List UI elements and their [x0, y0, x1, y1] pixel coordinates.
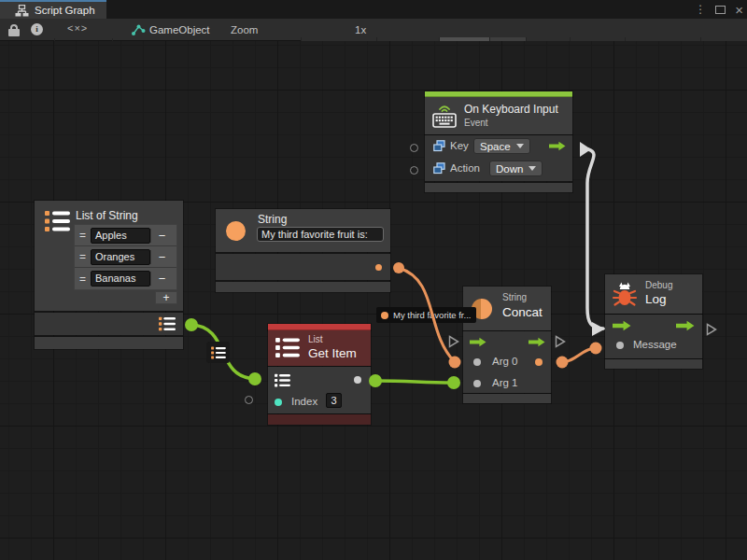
zoom-value: 1x	[355, 24, 366, 35]
flow-out-unconnected-port[interactable]	[706, 323, 717, 336]
remove-item-button[interactable]: −	[150, 229, 173, 243]
list-node-color-bar	[268, 324, 371, 330]
list-item-field[interactable]: Oranges	[91, 249, 150, 265]
list-output-port-icon[interactable]	[159, 316, 176, 331]
script-graph-icon	[15, 5, 29, 17]
action-input-port[interactable]	[410, 166, 418, 175]
list-item-row: = Apples −	[75, 225, 176, 246]
key-label: Key	[450, 140, 469, 151]
flow-output-arrow-icon[interactable]	[549, 141, 566, 151]
maximize-icon[interactable]	[715, 6, 726, 14]
node-subtitle: Event	[464, 118, 488, 128]
list-item-row: = Bananas −	[75, 268, 176, 289]
flow-in-unconnected-port[interactable]	[448, 335, 459, 348]
list-item-field[interactable]: Apples	[91, 228, 150, 244]
flow-out-unconnected-port[interactable]	[555, 335, 566, 348]
node-footer	[463, 394, 551, 403]
node-header: Debug Log	[605, 274, 702, 314]
list-value-icon	[211, 346, 226, 359]
keyboard-icon	[431, 102, 458, 130]
node-category: Debug	[645, 280, 672, 290]
node-footer	[216, 282, 390, 292]
node-footer	[425, 183, 572, 192]
remove-item-button[interactable]: −	[150, 250, 173, 264]
chevron-down-icon	[516, 144, 524, 148]
list-input-port-icon[interactable]	[275, 373, 290, 387]
wire-list-value-bubble	[206, 342, 230, 363]
drag-handle[interactable]: =	[75, 250, 91, 263]
string-output-port[interactable]	[375, 264, 382, 271]
key-dropdown[interactable]: Space	[473, 138, 530, 154]
tab-title: Script Graph	[35, 5, 95, 16]
node-body: Key Space Action Down	[425, 135, 572, 181]
drag-handle[interactable]: =	[75, 273, 91, 286]
node-title: Get Item	[308, 346, 357, 360]
node-output-row	[35, 313, 183, 335]
action-label: Action	[450, 162, 480, 174]
node-concat[interactable]: String Concat Arg 0 Arg 1	[463, 287, 551, 403]
node-on-keyboard-input[interactable]: On Keyboard Input Event Key Space Action…	[425, 91, 572, 192]
index-value-field[interactable]: 3	[326, 393, 342, 408]
gameobject-label: GameObject	[149, 24, 210, 35]
index-unconnected-port[interactable]	[245, 396, 253, 404]
node-header: List Get Item	[268, 330, 371, 366]
chevron-down-icon	[529, 166, 536, 171]
list-item-field[interactable]: Bananas	[91, 271, 150, 287]
node-title: String	[258, 213, 287, 226]
node-header: String My third favorite fruit is:	[216, 209, 390, 252]
node-header: String Concat	[463, 287, 551, 330]
node-list-of-string[interactable]: List of String = Apples − = Oranges − = …	[35, 201, 183, 350]
message-label: Message	[633, 339, 677, 350]
string-value-icon	[381, 312, 388, 319]
view-code-button[interactable]: <×>	[67, 22, 88, 34]
index-input-port[interactable]	[275, 399, 282, 406]
flow-input-arrow-icon[interactable]	[613, 320, 631, 331]
string-type-icon	[226, 221, 246, 241]
flow-output-arrow-icon[interactable]	[529, 337, 545, 347]
arg1-input-port[interactable]	[473, 380, 481, 387]
list-icon	[275, 337, 300, 358]
node-title: Log	[645, 292, 667, 306]
info-icon[interactable]: i	[31, 23, 43, 35]
remove-item-button[interactable]: −	[150, 272, 173, 286]
message-input-port[interactable]	[616, 342, 624, 349]
list-item-row: = Oranges −	[75, 246, 176, 268]
add-item-button[interactable]: +	[155, 291, 177, 304]
node-output-row	[216, 254, 390, 280]
node-category: String	[502, 292, 527, 302]
result-output-port[interactable]	[535, 358, 543, 366]
index-label: Index	[291, 396, 317, 407]
action-dropdown[interactable]: Down	[489, 161, 543, 176]
lock-icon[interactable]	[8, 24, 20, 36]
window-menu-icon[interactable]: ⋮	[695, 4, 706, 15]
arg1-label: Arg 1	[492, 377, 518, 388]
node-body: Index 3	[268, 367, 371, 413]
string-value-field[interactable]: My third favorite fruit is:	[257, 227, 384, 242]
node-debug-log[interactable]: Debug Log Message	[605, 274, 702, 369]
close-icon[interactable]: ×	[735, 3, 743, 17]
wire-value-tooltip: My third favorite fr...	[376, 307, 476, 323]
node-string-literal[interactable]: String My third favorite fruit is:	[216, 209, 390, 292]
flow-input-arrow-icon[interactable]	[470, 337, 486, 347]
node-body: Arg 0 Arg 1	[463, 331, 551, 393]
item-output-port[interactable]	[354, 376, 361, 384]
arg0-input-port[interactable]	[473, 358, 481, 366]
node-body: Message	[605, 315, 702, 358]
node-title: List of String	[76, 209, 138, 222]
flow-output-arrow-icon[interactable]	[676, 320, 695, 331]
node-get-item[interactable]: List Get Item Index 3	[268, 324, 371, 425]
arg0-label: Arg 0	[492, 356, 518, 367]
node-category: List	[308, 334, 323, 344]
bug-icon	[611, 280, 639, 308]
graph-toolbar: i <×> GameObject Zoom 1x Clear Errors Re…	[0, 19, 747, 41]
list-items-box: = Apples − = Oranges − = Bananas −	[74, 224, 177, 290]
tab-script-graph[interactable]: Script Graph	[0, 0, 106, 19]
drag-handle[interactable]: =	[75, 229, 91, 242]
title-bar: Script Graph ⋮ ×	[0, 0, 747, 19]
key-input-port[interactable]	[410, 144, 418, 152]
list-icon	[45, 210, 70, 232]
node-footer	[605, 359, 702, 369]
node-footer	[268, 414, 371, 425]
node-title: On Keyboard Input	[464, 103, 558, 116]
gameobject-graph-icon	[131, 23, 146, 36]
